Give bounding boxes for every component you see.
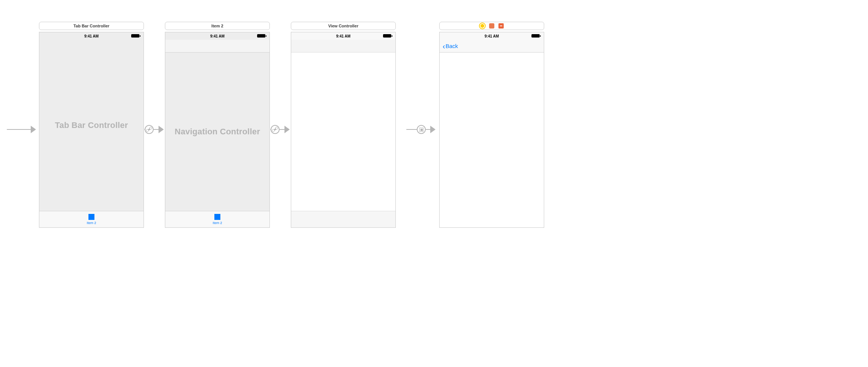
segue-badge-relationship-icon [145,125,154,134]
tab-item-label[interactable]: Item 2 [87,221,96,225]
status-bar: 9:41 AM [165,32,269,40]
view-content-area[interactable] [291,53,395,211]
status-bar-time: 9:41 AM [84,34,99,38]
view-content-area[interactable] [440,53,544,227]
class-indicator-icon [480,23,485,29]
scene-title-bar[interactable]: View Controller [291,22,396,30]
scene-title-bar[interactable]: Item 2 [165,22,270,30]
back-button[interactable]: ‹ Back [443,42,458,50]
battery-icon [531,34,541,38]
status-bar-time: 9:41 AM [336,34,350,38]
tab-bar-placeholder [291,211,395,227]
chevron-left-icon: ‹ [443,42,445,50]
scene-title-bar[interactable]: Tab Bar Controller [39,22,144,30]
tab-bar[interactable]: Item 2 [39,211,144,227]
scene-canvas[interactable]: 9:41 AM ‹ Back [439,32,544,228]
status-bar-time: 9:41 AM [210,34,224,38]
navigation-bar[interactable]: ‹ Back [440,40,544,53]
navigation-bar[interactable] [291,40,395,53]
exit-icon [498,23,504,29]
battery-icon [257,34,266,38]
tab-item-icon[interactable] [88,214,94,220]
tab-bar[interactable]: Item 2 [165,211,269,227]
segue-relationship-nav-to-view[interactable] [270,124,290,135]
scene-view-controller[interactable]: View Controller 9:41 AM [291,22,396,228]
navigation-bar[interactable] [165,40,269,53]
segue-show-view-to-detail[interactable] [406,124,436,135]
controller-placeholder-label: Tab Bar Controller [39,40,144,211]
segue-badge-relationship-icon [271,125,280,134]
status-bar-time: 9:41 AM [485,34,499,38]
tab-item-icon[interactable] [214,214,220,220]
status-bar: 9:41 AM [39,32,144,40]
status-bar: 9:41 AM [291,32,395,40]
scene-title-label: Tab Bar Controller [73,24,109,28]
storyboard-canvas[interactable]: Tab Bar Controller 9:41 AM Tab Bar Contr… [0,0,868,367]
status-bar: 9:41 AM [440,32,544,40]
segue-relationship-tab-to-nav[interactable] [144,124,164,135]
initial-segue-arrow[interactable] [7,124,37,135]
scene-navigation-controller[interactable]: Item 2 9:41 AM Navigation Controller Ite… [165,22,270,228]
first-responder-icon [489,23,495,29]
scene-canvas[interactable]: 9:41 AM Navigation Controller Item 2 [165,32,270,228]
back-button-label: Back [446,43,458,49]
scene-canvas[interactable]: 9:41 AM Tab Bar Controller Item 2 [39,32,144,228]
controller-placeholder-label: Navigation Controller [165,53,269,211]
scene-detail-view-controller[interactable]: 9:41 AM ‹ Back [439,22,544,228]
scene-title-bar[interactable] [439,22,544,30]
scene-canvas[interactable]: 9:41 AM [291,32,396,228]
scene-title-label: View Controller [328,24,358,28]
tab-item-label[interactable]: Item 2 [213,221,222,225]
scene-tab-bar-controller[interactable]: Tab Bar Controller 9:41 AM Tab Bar Contr… [39,22,144,228]
battery-icon [383,34,392,38]
battery-icon [131,34,141,38]
segue-badge-show-icon [417,125,426,134]
scene-title-label: Item 2 [211,24,223,28]
